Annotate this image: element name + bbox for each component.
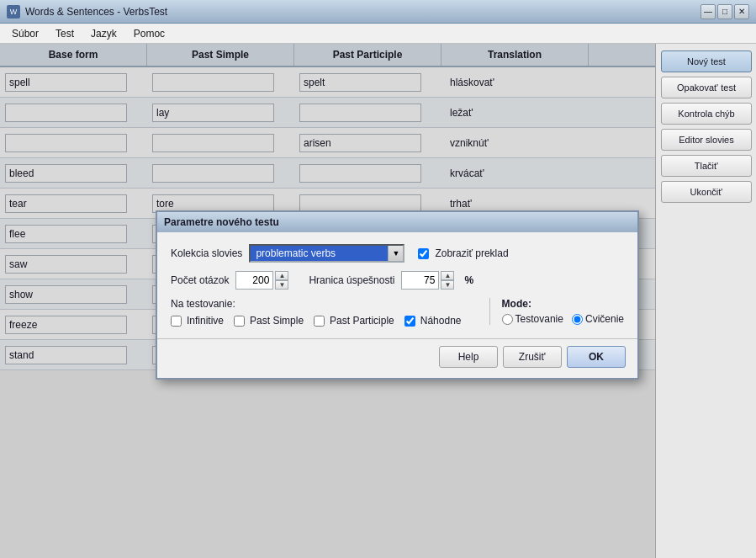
mode-cvicenie-option: Cvičenie — [572, 313, 624, 325]
chk-past-participle-label: Past Participle — [314, 315, 394, 327]
dialog-row-counts: Počet otázok 200 ▲ ▼ Hranica úspešnosti … — [171, 271, 624, 290]
hranica-arrows: ▲ ▼ — [441, 271, 454, 290]
dialog-footer: Help Zrušit' OK — [157, 338, 637, 378]
sidebar-btn-0[interactable]: Nový test — [661, 50, 752, 72]
kolekcia-dropdown-arrow[interactable]: ▼ — [388, 244, 403, 263]
hranica-spinner: 75 ▲ ▼ — [401, 271, 454, 290]
title-bar: W Words & Sentences - VerbsTest — □ ✕ — [0, 0, 756, 24]
ok-button[interactable]: OK — [567, 346, 626, 368]
nahodne-label: Náhodne — [420, 315, 462, 327]
dialog-params: Parametre nového testu Kolekcia slovies … — [156, 210, 639, 380]
zobrazit-preklad-label: Zobraziť preklad — [435, 247, 508, 259]
menu-subor[interactable]: Súbor — [3, 26, 47, 41]
past-participle-label: Past Participle — [330, 315, 394, 327]
help-button[interactable]: Help — [439, 346, 498, 368]
pocet-down-arrow[interactable]: ▼ — [275, 280, 288, 290]
percent-label: % — [464, 274, 473, 286]
sidebar-btn-3[interactable]: Editor slovies — [661, 129, 752, 151]
dialog-row-options: Na testovanie: Infinitive Past Simple Pa… — [171, 298, 624, 327]
checkbox-group: Infinitive Past Simple Past Participle N… — [171, 315, 481, 327]
kolekcia-label: Kolekcia slovies — [171, 247, 242, 259]
menu-pomoc[interactable]: Pomoc — [125, 26, 173, 41]
dialog-body: Kolekcia slovies problematic verbs ▼ Zob… — [157, 232, 637, 338]
pocet-otazok-spinner: 200 ▲ ▼ — [235, 271, 288, 290]
cancel-button[interactable]: Zrušit' — [503, 346, 562, 368]
hranica-up-arrow[interactable]: ▲ — [441, 271, 454, 280]
mode-radio-group: Testovanie Cvičenie — [502, 313, 624, 325]
mode-section: Mode: Testovanie Cvičenie — [489, 298, 624, 325]
past-simple-checkbox[interactable] — [234, 316, 245, 327]
past-simple-label: Past Simple — [250, 315, 304, 327]
chk-infinitive-label: Infinitive — [171, 315, 224, 327]
pocet-otazok-label: Počet otázok — [171, 274, 229, 286]
pocet-up-arrow[interactable]: ▲ — [275, 271, 288, 280]
maximize-button[interactable]: □ — [717, 4, 732, 19]
na-testovanie-label: Na testovanie: — [171, 298, 481, 310]
sidebar-btn-1[interactable]: Opakovat' test — [661, 77, 752, 98]
nahodne-checkbox[interactable] — [404, 316, 415, 327]
dialog-title: Parametre nového testu — [164, 216, 279, 228]
sidebar-btn-5[interactable]: Ukončit' — [661, 181, 752, 203]
minimize-button[interactable]: — — [700, 4, 716, 19]
menu-bar: Súbor Test Jazyk Pomoc — [0, 24, 756, 44]
mode-label: Mode: — [502, 298, 624, 310]
mode-testovanie-option: Testovanie — [502, 313, 563, 325]
past-participle-checkbox[interactable] — [314, 316, 325, 327]
app-icon: W — [7, 5, 20, 19]
dialog-row-kolekcia: Kolekcia slovies problematic verbs ▼ Zob… — [171, 244, 624, 263]
chk-nahodne-label: Náhodne — [404, 315, 462, 327]
app-title: Words & Sentences - VerbsTest — [25, 6, 700, 18]
mode-cvicenie-label: Cvičenie — [585, 313, 624, 325]
hranica-down-arrow[interactable]: ▼ — [441, 280, 454, 290]
pocet-otazok-arrows: ▲ ▼ — [275, 271, 288, 290]
chk-past-simple-label: Past Simple — [234, 315, 304, 327]
zobrazit-preklad-checkbox[interactable] — [418, 248, 429, 259]
menu-test[interactable]: Test — [47, 26, 82, 41]
mode-cvicenie-radio[interactable] — [572, 314, 583, 325]
infinitive-checkbox[interactable] — [171, 316, 182, 327]
sidebar-btn-2[interactable]: Kontrola chýb — [661, 103, 752, 125]
sidebar-btn-4[interactable]: Tlačit' — [661, 155, 752, 177]
right-sidebar: Nový testOpakovat' testKontrola chýbEdit… — [655, 44, 756, 558]
menu-jazyk[interactable]: Jazyk — [82, 26, 125, 41]
mode-testovanie-radio[interactable] — [502, 314, 513, 325]
na-testovanie-section: Na testovanie: Infinitive Past Simple Pa… — [171, 298, 481, 327]
hranica-input[interactable]: 75 — [401, 271, 439, 290]
kolekcia-select-display[interactable]: problematic verbs ▼ — [249, 244, 404, 263]
window-controls: — □ ✕ — [700, 4, 749, 19]
hranica-label: Hranica úspešnosti — [309, 274, 394, 286]
infinitive-label: Infinitive — [187, 315, 224, 327]
close-button[interactable]: ✕ — [734, 4, 749, 19]
kolekcia-select-value: problematic verbs — [251, 246, 388, 261]
pocet-otazok-input[interactable]: 200 — [235, 271, 273, 290]
dialog-title-bar: Parametre nového testu — [157, 212, 637, 232]
mode-testovanie-label: Testovanie — [515, 313, 563, 325]
